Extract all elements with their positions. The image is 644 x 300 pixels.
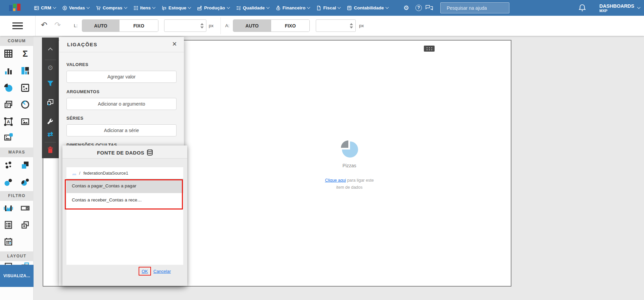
gear-icon: ⚙ — [403, 4, 409, 12]
width-auto-button[interactable]: AUTO — [82, 20, 119, 32]
chevron-down-icon — [227, 6, 230, 9]
palette-item-combobox-filter[interactable] — [17, 203, 34, 213]
menu-contabilidade[interactable]: Contabilidade — [344, 5, 391, 10]
range-filter-icon — [4, 203, 13, 213]
palette-item-treeview-filter[interactable] — [17, 220, 34, 230]
item-settings-button[interactable]: ⚙ — [42, 64, 59, 71]
chat-button[interactable] — [426, 0, 433, 16]
workspace-switcher[interactable]: DASHBOARDS MXP — [599, 0, 640, 16]
menu-financeiro[interactable]: $ Financeiro — [273, 5, 313, 10]
help-icon: ? — [415, 5, 422, 11]
palette-item-treemap[interactable] — [17, 66, 34, 75]
palette-item-choropleth-map[interactable] — [17, 161, 34, 170]
chevron-down-icon — [87, 6, 90, 9]
item-filter-button[interactable] — [42, 80, 59, 87]
quality-checklist-icon — [236, 6, 241, 10]
choropleth-map-icon — [20, 161, 30, 170]
spin-down-icon[interactable] — [200, 26, 204, 28]
add-series-button[interactable]: Adicionar a série — [66, 124, 177, 136]
menu-fiscal[interactable]: Fiscal — [313, 5, 344, 10]
menu-compras[interactable]: Compras — [93, 5, 130, 10]
palette-item-pies[interactable] — [0, 83, 17, 93]
palette-item-grid[interactable] — [0, 49, 17, 58]
undo-button[interactable]: ↶ — [41, 20, 47, 29]
palette-item-image[interactable] — [17, 117, 34, 126]
palette-item-pie-map[interactable] — [17, 177, 34, 187]
height-value-spinner[interactable] — [316, 19, 356, 32]
spin-down-icon[interactable] — [350, 26, 353, 28]
add-argument-button[interactable]: Adicionar o argumento — [66, 98, 177, 110]
item-options-button[interactable] — [42, 118, 59, 125]
palette-item-pivot[interactable]: Σ — [17, 49, 34, 58]
palette-item-bubble-map[interactable] — [0, 177, 17, 187]
hamburger-menu-button[interactable] — [0, 16, 36, 36]
chevron-down-icon — [152, 6, 156, 9]
palette-item-dot-map[interactable] — [0, 161, 17, 170]
cancel-button[interactable]: Cancelar — [153, 269, 171, 274]
width-fixed-button[interactable]: FIXO — [119, 20, 158, 32]
palette-item-textbox[interactable]: A — [0, 117, 17, 126]
width-value-input[interactable] — [164, 23, 198, 28]
menu-vendas[interactable]: $ Vendas — [59, 5, 93, 10]
pie-item-placeholder: Pizzas Clique aqui para ligar este item … — [306, 139, 393, 191]
add-value-button[interactable]: Agregar valor — [66, 71, 177, 83]
palette-item-group[interactable] — [0, 262, 17, 265]
menu-qualidade[interactable]: Qualidade — [233, 5, 273, 10]
menu-estoque[interactable]: Estoque — [158, 5, 194, 10]
chevron-down-icon — [338, 6, 341, 9]
width-value-spinner[interactable] — [164, 19, 206, 32]
visualize-button[interactable]: VISUALIZA... — [0, 265, 34, 287]
spinner-arrows[interactable] — [347, 23, 355, 28]
palette-item-tab-container[interactable] — [17, 262, 34, 265]
pie-map-icon — [20, 177, 30, 187]
notifications-button[interactable] — [579, 0, 586, 16]
textbox-icon: A — [4, 117, 13, 126]
menu-producao[interactable]: Produção — [194, 5, 233, 10]
palette-item-date-filter[interactable] — [0, 237, 17, 246]
spinner-arrows[interactable] — [198, 23, 206, 28]
height-auto-button[interactable]: AUTO — [233, 20, 271, 32]
palette-item-bound-image[interactable] — [0, 132, 17, 142]
spin-up-icon[interactable] — [350, 23, 353, 25]
palette-item-gauges[interactable] — [17, 100, 34, 109]
item-drag-handle[interactable] — [424, 46, 435, 52]
listbox-icon — [4, 220, 13, 230]
drag-dots-icon — [427, 47, 428, 48]
toolbar-divider — [45, 60, 56, 60]
trash-icon — [47, 146, 54, 154]
table-item-contas-a-receber[interactable]: Contas a receber_Contas a rece… — [66, 193, 183, 207]
item-convert-button[interactable]: ⇄ — [42, 131, 59, 137]
item-delete-button[interactable] — [42, 146, 59, 154]
table-item-contas-a-pagar[interactable]: Contas a pagar_Contas a pagar — [66, 179, 183, 193]
width-mode-label: L: — [74, 23, 78, 28]
palette-item-listbox-filter[interactable] — [0, 220, 17, 230]
redo-button[interactable]: ↷ — [54, 20, 61, 29]
bind-data-link[interactable]: Clique aqui — [325, 178, 346, 183]
menu-crm[interactable]: CRM — [31, 5, 59, 10]
values-section-label: VALORES — [66, 62, 88, 67]
palette-item-range-filter[interactable] — [0, 203, 17, 213]
palette-item-scatter[interactable] — [17, 83, 34, 93]
settings-button[interactable]: ⚙ — [403, 0, 409, 16]
height-value-input[interactable] — [316, 23, 347, 28]
sum-icon: Σ — [20, 49, 30, 58]
ok-button[interactable]: OK — [142, 269, 148, 274]
palette-item-cards[interactable] — [0, 100, 17, 109]
spin-up-icon[interactable] — [200, 23, 204, 25]
collapse-toolbar-button[interactable] — [42, 47, 59, 52]
search-input[interactable] — [447, 5, 507, 11]
palette-item-chart[interactable] — [0, 66, 17, 75]
fiscal-document-icon — [316, 6, 321, 10]
chevron-down-icon — [266, 6, 269, 9]
close-icon[interactable]: × — [170, 40, 179, 49]
menu-itens[interactable]: Itens — [130, 5, 159, 10]
item-duplicate-button[interactable] — [42, 99, 59, 106]
chevron-down-icon — [53, 6, 56, 9]
scatter-chart-icon — [20, 83, 30, 93]
height-fixed-button[interactable]: FIXO — [271, 20, 309, 32]
breadcrumb-root-link[interactable]: ... — [72, 171, 76, 175]
help-button[interactable]: ? — [415, 0, 422, 16]
crm-icon — [34, 6, 39, 10]
arguments-section-label: ARGUMENTOS — [66, 89, 100, 94]
help-search[interactable] — [440, 2, 509, 13]
